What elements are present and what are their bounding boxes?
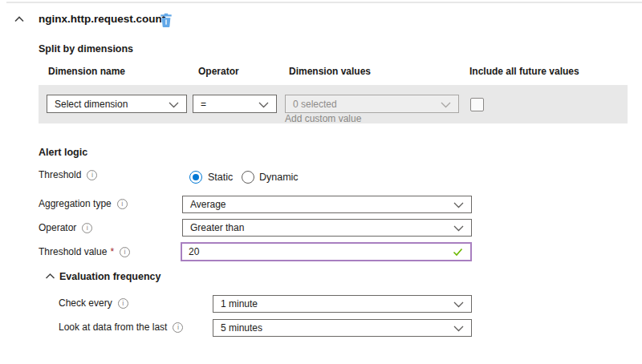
threshold-value-field <box>181 242 472 261</box>
add-custom-value-link[interactable]: Add custom value <box>285 113 361 124</box>
dimension-name-select-value: Select dimension <box>55 99 128 110</box>
check-every-select-value: 1 minute <box>221 298 258 309</box>
alert-logic-title: Alert logic <box>39 147 87 158</box>
chevron-down-icon <box>441 102 451 108</box>
threshold-static-radio[interactable] <box>189 171 202 184</box>
delete-condition-trash-icon[interactable] <box>159 12 173 27</box>
threshold-label: Threshold <box>39 169 81 180</box>
threshold-label-row: Threshold <box>39 169 97 180</box>
aggregation-type-select[interactable]: Average <box>182 196 472 213</box>
threshold-dynamic-label: Dynamic <box>259 172 299 183</box>
aggregation-type-select-value: Average <box>190 199 226 210</box>
info-icon[interactable] <box>117 199 128 209</box>
info-icon[interactable] <box>173 322 183 333</box>
operator-select[interactable]: Greater than <box>182 219 472 237</box>
operator-label: Operator <box>39 222 76 233</box>
aggregation-type-label-row: Aggregation type <box>39 198 128 209</box>
col-header-include-future: Include all future values <box>469 66 579 77</box>
col-header-dimension-values: Dimension values <box>289 66 371 77</box>
evaluation-frequency-chevron-up-icon[interactable] <box>45 273 55 280</box>
metric-condition-panel: nginx.http.request.count Split by dimens… <box>0 0 642 364</box>
info-icon[interactable] <box>120 247 130 257</box>
operator-label-row: Operator <box>39 222 92 233</box>
lookback-select[interactable]: 5 minutes <box>213 319 472 337</box>
info-icon[interactable] <box>118 298 128 309</box>
chevron-down-icon <box>453 225 464 232</box>
threshold-dynamic-radio[interactable] <box>242 171 254 184</box>
check-every-select[interactable]: 1 minute <box>213 295 472 313</box>
lookback-label: Look at data from the last <box>59 322 167 333</box>
threshold-static-label: Static <box>208 172 233 183</box>
operator-select-value: Greater than <box>190 222 244 233</box>
threshold-value-input[interactable] <box>182 246 453 257</box>
include-future-values-checkbox[interactable] <box>470 98 484 111</box>
col-header-dimension-name: Dimension name <box>48 66 125 77</box>
valid-checkmark-icon <box>453 248 463 257</box>
chevron-down-icon <box>169 102 179 108</box>
signal-title: nginx.http.request.count <box>39 13 165 25</box>
dimension-values-select[interactable]: 0 selected <box>285 95 459 113</box>
check-every-label-row: Check every <box>59 297 128 309</box>
dimension-values-select-value: 0 selected <box>293 99 337 110</box>
top-divider <box>6 2 642 3</box>
dimension-operator-select-value: = <box>201 99 206 110</box>
evaluation-frequency-title: Evaluation frequency <box>59 271 160 282</box>
threshold-value-label-row: Threshold value * <box>39 246 130 257</box>
dimension-operator-select[interactable]: = <box>193 95 277 113</box>
split-by-dimensions-title: Split by dimensions <box>39 43 133 55</box>
chevron-down-icon <box>258 102 269 108</box>
info-icon[interactable] <box>82 223 92 233</box>
dimension-name-select[interactable]: Select dimension <box>47 95 187 113</box>
chevron-down-icon <box>453 202 464 208</box>
lookback-select-value: 5 minutes <box>221 322 262 334</box>
lookback-label-row: Look at data from the last <box>59 322 183 333</box>
required-asterisk: * <box>110 246 114 257</box>
chevron-down-icon <box>453 326 464 332</box>
chevron-down-icon <box>453 301 464 308</box>
collapse-signal-chevron-up-icon[interactable] <box>14 15 25 23</box>
info-icon[interactable] <box>87 170 97 180</box>
aggregation-type-label: Aggregation type <box>39 198 112 209</box>
col-header-operator: Operator <box>198 66 239 77</box>
check-every-label: Check every <box>59 297 112 309</box>
threshold-value-label: Threshold value <box>39 246 107 257</box>
